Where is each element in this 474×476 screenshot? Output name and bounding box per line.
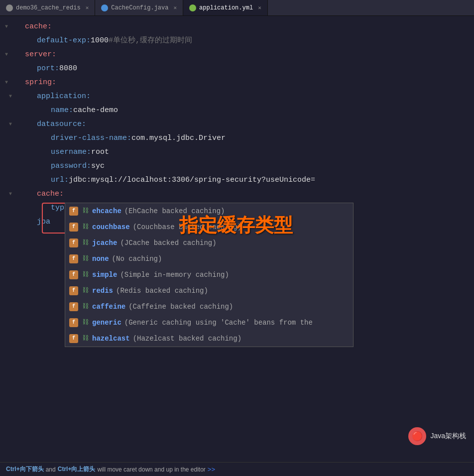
ac-desc-generic: (Generic caching using 'Cache' beans fro… [124,317,313,328]
line-11: password: syc [0,159,474,173]
status-arrow: >> [208,466,215,473]
ac-link-caffeine: ⛓ [81,303,89,311]
annotation-label: 指定缓存类型 [179,213,293,238]
ac-icon-simple: f [69,270,78,279]
ac-desc-none: (No caching) [112,253,162,264]
ac-keyword-caffeine: caffeine [92,301,125,312]
line-13: ▼ cache: [0,187,474,201]
ac-link-redis: ⛓ [81,287,89,295]
status-and: and [46,466,56,473]
line-2: default-exp: 1000 #单位秒,缓存的过期时间 [0,34,474,48]
line-10: username: root [0,145,474,159]
ac-keyword-none: none [92,253,109,264]
ac-desc-simple: (Simple in-memory caching) [120,269,229,280]
yaml-key-6: application: [37,90,91,104]
tab-icon-cacheconfig [101,4,108,11]
fold-arrow-1[interactable]: ▼ [5,20,8,34]
ac-link-ehcache: ⛓ [81,207,89,215]
yaml-key-3: server: [25,48,56,62]
yaml-key-8: datasource: [37,118,86,131]
yaml-key-15: jpa [37,215,50,229]
tab-bar: demo36_cache_redis ✕ CacheConfig.java ✕ … [0,0,474,16]
watermark: 🔴 Java架构栈 [408,427,466,445]
ac-desc-hazelcast: (Hazelcast backed caching) [133,333,241,344]
ac-keyword-generic: generic [92,317,121,328]
ac-desc-caffeine: (Caffeine backed caching) [128,301,233,312]
tab-cacheconfig[interactable]: CacheConfig.java ✕ [95,0,183,15]
ac-item-none[interactable]: f ⛓ none (No caching) [65,251,353,267]
tab-close-applicationyml[interactable]: ✕ [258,4,261,11]
yaml-val-11: syc [91,159,105,173]
yaml-comment-2: #单位秒,缓存的过期时间 [109,34,192,48]
yaml-val-4: 8080 [59,62,77,76]
ac-link-generic: ⛓ [81,319,89,327]
status-bar: Ctrl+向下箭头 and Ctrl+向上箭头 will move caret … [0,462,474,476]
ac-keyword-simple: simple [92,269,117,280]
ac-item-hazelcast[interactable]: f ⛓ hazelcast (Hazelcast backed caching) [65,331,353,347]
yaml-key-12: url: [51,173,69,187]
yaml-val-7: cache-demo [73,104,118,118]
line-3: ▼ server: [0,48,474,62]
ac-keyword-couchbase: couchbase [92,222,130,233]
line-1: ▼ cache: [0,20,474,34]
status-hint: will move caret down and up in the edito… [97,466,205,473]
fold-arrow-3[interactable]: ▼ [5,48,8,62]
tab-close-cacheconfig[interactable]: ✕ [173,4,177,11]
yaml-key-13: cache: [37,187,64,201]
fold-arrow-5[interactable]: ▼ [5,76,8,90]
ac-desc-redis: (Redis backed caching) [116,285,208,296]
yaml-val-9: com.mysql.jdbc.Driver [131,131,226,145]
ac-keyword-hazelcast: hazelcast [92,333,130,344]
fold-arrow-8[interactable]: ▼ [9,118,12,131]
fold-arrow-6[interactable]: ▼ [9,90,12,104]
watermark-icon: 🔴 [408,427,426,445]
yaml-key-2: default-exp: [37,34,91,48]
yaml-val-12: jdbc:mysql://localhost:3306/spring-secur… [69,173,315,187]
ac-item-generic[interactable]: f ⛓ generic (Generic caching using 'Cach… [65,315,353,331]
ac-icon-couchbase: f [69,223,78,232]
ac-icon-none: f [69,254,78,263]
ac-keyword-jcache: jcache [92,238,117,248]
ac-link-jcache: ⛓ [81,239,89,247]
tab-close-demo36[interactable]: ✕ [86,4,89,11]
yaml-key-1: cache: [25,20,52,34]
ac-item-caffeine[interactable]: f ⛓ caffeine (Caffeine backed caching) [65,299,353,315]
tab-applicationyml[interactable]: application.yml ✕ [183,0,268,15]
yaml-key-4: port: [37,62,59,76]
ac-icon-caffeine: f [69,302,78,311]
yaml-key-5: spring: [25,76,56,90]
yaml-key-9: driver-class-name: [51,131,131,145]
ac-icon-hazelcast: f [69,334,78,343]
line-12: url: jdbc:mysql://localhost:3306/spring-… [0,173,474,187]
ac-link-hazelcast: ⛓ [81,335,89,343]
line-9: driver-class-name: com.mysql.jdbc.Driver [0,131,474,145]
yaml-key-10: username: [51,145,91,159]
yaml-key-11: password: [51,159,91,173]
status-ctrl-down: Ctrl+向下箭头 [6,465,44,474]
yaml-val-2: 1000 [91,34,109,48]
ac-keyword-redis: redis [92,285,113,296]
ac-link-none: ⛓ [81,255,89,263]
ac-item-simple[interactable]: f ⛓ simple (Simple in-memory caching) [65,267,353,283]
tab-label-demo36: demo36_cache_redis [16,4,81,11]
watermark-text: Java架构栈 [430,432,466,441]
tab-label-cacheconfig: CacheConfig.java [111,4,168,11]
line-4: port: 8080 [0,62,474,76]
yaml-key-7: name: [51,104,73,118]
ac-link-simple: ⛓ [81,271,89,279]
line-6: ▼ application: [0,90,474,104]
tab-demo36[interactable]: demo36_cache_redis ✕ [0,0,95,15]
fold-arrow-13[interactable]: ▼ [9,187,12,201]
ac-icon-generic: f [69,318,78,327]
tab-icon-applicationyml [189,4,196,11]
ac-icon-redis: f [69,286,78,295]
ac-keyword-ehcache: ehcache [92,206,121,217]
ac-desc-jcache: (JCache backed caching) [120,238,216,248]
status-ctrl-up: Ctrl+向上箭头 [58,465,96,474]
line-7: name: cache-demo [0,104,474,118]
line-5: ▼ spring: [0,76,474,90]
tab-label-applicationyml: application.yml [199,4,253,11]
ac-item-redis[interactable]: f ⛓ redis (Redis backed caching) [65,283,353,299]
tab-icon-demo36 [6,4,13,11]
ac-link-couchbase: ⛓ [81,223,89,231]
